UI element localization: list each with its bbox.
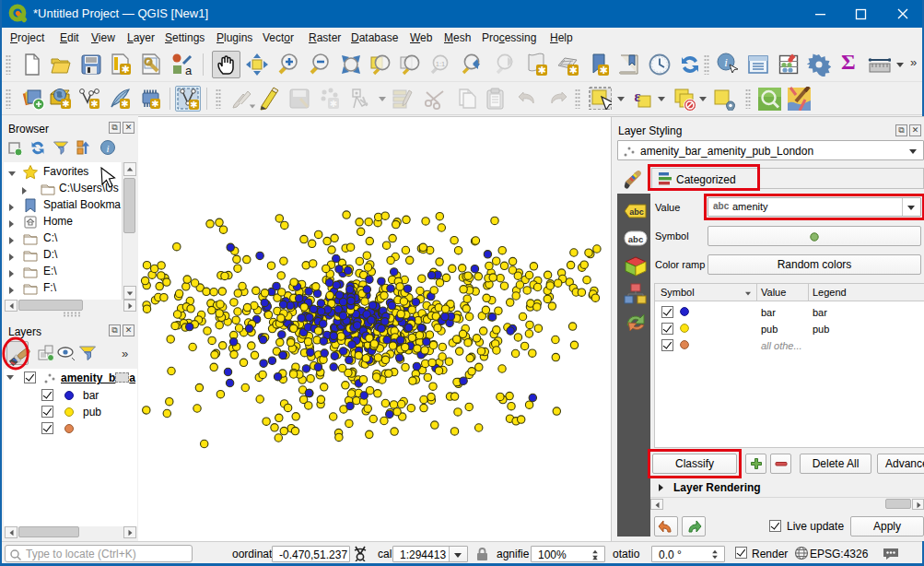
svg-text:a: a xyxy=(185,64,193,77)
svg-text:✱: ✱ xyxy=(568,65,577,76)
svg-text:✱: ✱ xyxy=(599,65,607,76)
svg-text:abc: abc xyxy=(629,207,644,217)
svg-text:abc: abc xyxy=(628,234,643,244)
svg-text:✱: ✱ xyxy=(62,99,69,109)
svg-text:✱: ✱ xyxy=(330,99,337,109)
svg-text:ε: ε xyxy=(635,88,641,104)
svg-text:✱: ✱ xyxy=(90,99,98,109)
svg-text:✱: ✱ xyxy=(121,99,128,109)
svg-text:i: i xyxy=(724,55,728,69)
svg-text:1:1: 1:1 xyxy=(436,60,445,68)
svg-text:✱: ✱ xyxy=(151,99,158,109)
svg-text:✱: ✱ xyxy=(537,65,545,76)
svg-text:✱: ✱ xyxy=(190,100,197,110)
svg-text:i: i xyxy=(106,143,109,154)
svg-text:✱: ✱ xyxy=(121,64,129,75)
